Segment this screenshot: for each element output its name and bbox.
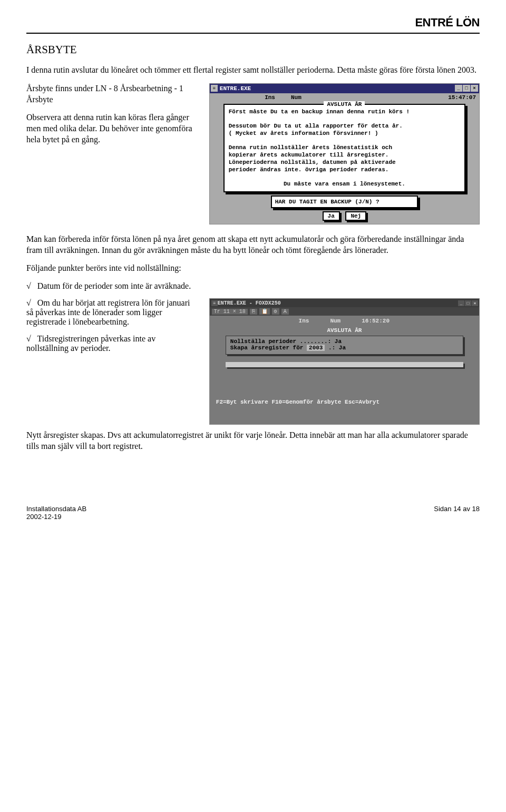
panel-line-8: Du måste vara ensam i lönesystemet. — [229, 181, 460, 188]
page-title: ÅRSBYTE — [26, 43, 480, 56]
font-selector[interactable]: Tr 11 × 18 — [212, 309, 248, 315]
empty-panel — [226, 362, 463, 367]
footer-pagenum: Sidan 14 av 18 — [434, 505, 480, 521]
footer-keys: F2=Byt skrivare F10=Genomför årsbyte Esc… — [210, 367, 479, 408]
paragraph-3-intro: Följande punkter berörs inte vid nollstä… — [26, 263, 480, 274]
left-para-1: Årsbyte finns under LN - 8 Årsbearbetnin… — [26, 83, 199, 105]
status2-num: Num — [330, 318, 340, 324]
window2-title: ENTRE.EXE - FOXDX250 — [218, 300, 458, 306]
brand-header: ENTRÉ LÖN — [26, 16, 480, 30]
intro-paragraph: I denna rutin avslutar du löneåret och t… — [26, 65, 480, 76]
panel-title: AVSLUTA ÅR — [324, 101, 365, 107]
info-panel: AVSLUTA ÅR Först måste Du ta en backup i… — [223, 104, 465, 192]
dialog-title: AVSLUTA ÅR — [210, 327, 479, 334]
panel-line-6: Löneperioderna nollställs, datumen på ak… — [229, 159, 460, 167]
system-menu-icon[interactable]: ≡ — [211, 85, 218, 92]
nej-button[interactable]: Nej — [345, 211, 366, 221]
divider-top — [26, 33, 480, 34]
panel-line-1: Först måste Du ta en backup innan denna … — [229, 109, 460, 116]
panel-line-5: kopierar årets ackumulatorer till årsreg… — [229, 152, 460, 159]
status2-ins: Ins — [299, 318, 309, 324]
panel-line-4: Denna rutin nollställer årets lönestatis… — [229, 144, 460, 152]
row2-label: Skapa årsregister för — [230, 345, 304, 351]
minimize-button-2[interactable]: _ — [458, 300, 464, 306]
status2-time: 16:52:20 — [362, 318, 390, 324]
paste-tool-icon[interactable]: 📋 — [259, 308, 270, 315]
font-a-button[interactable]: A — [281, 309, 289, 315]
row2-after: .: Ja — [328, 345, 346, 351]
copy-tool-icon[interactable]: ⎘ — [250, 309, 257, 315]
minimize-button[interactable]: _ — [455, 85, 462, 92]
row1-value: Ja — [335, 338, 342, 345]
bullet-3: Tidsregistreringen påverkas inte av noll… — [26, 334, 199, 353]
dialog-panel: Nollställa perioder ........: Ja Skapa å… — [226, 336, 463, 355]
panel-line-2: Dessutom bör Du ta ut alla rapporter för… — [229, 123, 460, 130]
bullet-1: Datum för de perioder som inte är avräkn… — [26, 281, 480, 291]
left-para-2: Observera att denna rutin kan köras fler… — [26, 112, 199, 145]
ja-button[interactable]: Ja — [323, 211, 340, 221]
row1-label: Nollställa perioder ........: — [230, 338, 331, 345]
close-button[interactable]: × — [471, 85, 478, 92]
status-line: Ins Num 15:47:07 — [210, 93, 479, 102]
paragraph-2: Man kan förbereda inför första lönen på … — [26, 234, 480, 256]
row2-year-field[interactable]: 2003 — [307, 345, 325, 351]
backup-prompt-panel: HAR DU TAGIT EN BACKUP (J/N) ? — [271, 195, 419, 208]
window-titlebar: ≡ ENTRE.EXE _ □ × — [210, 84, 479, 93]
backup-prompt-text: HAR DU TAGIT EN BACKUP (J/N) ? — [275, 199, 380, 205]
paragraph-4: Nytt årsregister skapas. Dvs att ackumul… — [26, 430, 480, 452]
panel-line-7: perioder ändras inte. övriga perioder ra… — [229, 167, 460, 174]
status-ins: Ins — [265, 94, 275, 101]
maximize-button[interactable]: □ — [463, 85, 470, 92]
status-time: 15:47:07 — [448, 94, 476, 101]
panel-line-3: ( Mycket av årets information försvinner… — [229, 130, 460, 138]
footer-company: Installationsdata AB — [26, 505, 86, 513]
footer-date: 2002-12-19 — [26, 513, 86, 521]
window2-toolbar: Tr 11 × 18 ⎘ 📋 ⚙ A — [210, 307, 479, 316]
screenshot-avsluta-ar-1: ≡ ENTRE.EXE _ □ × Ins Num 15:47:07 — [209, 83, 480, 224]
page-footer: Installationsdata AB 2002-12-19 Sidan 14… — [26, 505, 480, 521]
system-menu-icon-2[interactable]: ≡ — [211, 300, 218, 306]
settings-tool-icon[interactable]: ⚙ — [272, 308, 279, 315]
close-button-2[interactable]: × — [472, 300, 478, 306]
screenshot-avsluta-ar-2: ≡ ENTRE.EXE - FOXDX250 _ □ × Tr 11 × 18 … — [209, 298, 480, 425]
window-title: ENTRE.EXE — [220, 85, 455, 92]
window2-titlebar: ≡ ENTRE.EXE - FOXDX250 _ □ × — [210, 299, 479, 307]
bullet-2: Om du har börjat att registrera lön för … — [26, 298, 199, 327]
status-num: Num — [291, 94, 301, 101]
maximize-button-2[interactable]: □ — [465, 300, 471, 306]
